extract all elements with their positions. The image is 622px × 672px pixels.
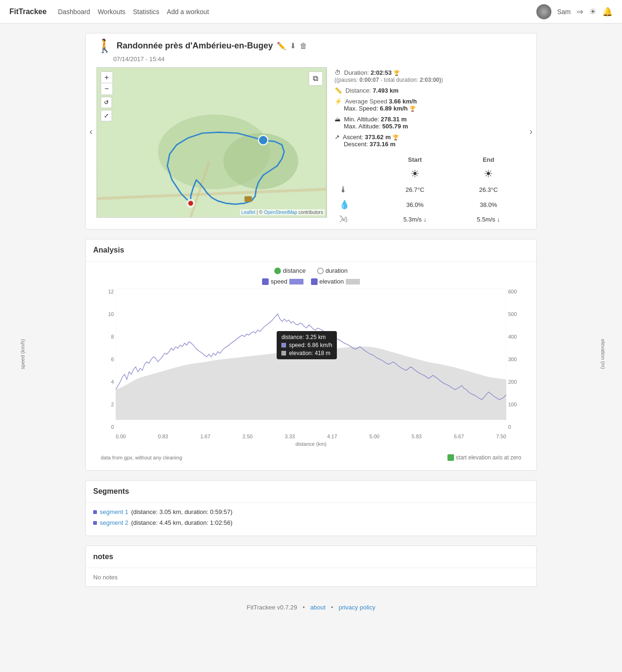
x-tick-5: 4.17 <box>327 434 337 439</box>
avatar <box>536 4 551 19</box>
download-icon[interactable]: ⬇ <box>290 41 296 50</box>
chart-footer-note: data from gpx, without any cleaning <box>101 455 182 460</box>
y-right-axis: 600 500 400 300 200 100 0 <box>506 289 525 430</box>
analysis-card: Analysis distance duration speed <box>85 239 537 471</box>
elevation-checkbox-option[interactable]: elevation <box>311 278 360 285</box>
weather-start-header: Start <box>379 154 451 165</box>
distance-value: 7.493 km <box>373 87 399 94</box>
workout-content: 🚶 Randonnée près d'Ambérieu-en-Bugey ✏️ … <box>96 33 526 229</box>
y-left-12: 12 <box>99 289 114 294</box>
y-left-6: 6 <box>99 356 114 362</box>
map-attribution: Leaflet | © OpenStreetMap contributors <box>240 209 325 215</box>
tooltip-speed: speed: 6.86 km/h <box>289 342 332 348</box>
segment-2-link[interactable]: segment 2 <box>100 519 128 526</box>
segment-list: segment 1 (distance: 3.05 km, duration: … <box>86 503 536 536</box>
y-right-500: 500 <box>508 311 523 317</box>
segment-2-detail: (distance: 4.45 km, duration: 1:02:56) <box>131 519 232 526</box>
elevation-checkbox-label: elevation <box>319 278 344 285</box>
segment-bullet-2 <box>93 521 97 525</box>
chart-tooltip: distance: 3.25 km speed: 6.86 km/h eleva… <box>277 331 337 359</box>
sun-end-icon: ☀ <box>452 166 525 182</box>
osm-link[interactable]: OpenStreetMap <box>264 210 297 215</box>
tooltip-speed-row: speed: 6.86 km/h <box>281 342 332 348</box>
y-right-600: 600 <box>508 289 523 294</box>
elevation-checkbox <box>311 278 318 285</box>
zoom-in-button[interactable]: + <box>101 72 112 83</box>
next-workout-button[interactable]: › <box>526 122 536 141</box>
y-left-10: 10 <box>99 311 114 317</box>
brand: FitTrackee <box>9 8 47 16</box>
y-left-axis: 12 10 8 6 4 2 0 <box>97 289 116 430</box>
segment-1-link[interactable]: segment 1 <box>100 508 128 515</box>
duration-label: Duration: <box>344 69 369 76</box>
max-alt-value: 505.79 m <box>382 123 408 130</box>
leaflet-link[interactable]: Leaflet <box>241 210 255 215</box>
page-footer: FitTrackee v0.7.29 • about • privacy pol… <box>0 596 622 618</box>
duration-stat: ⏱ Duration: 2:02:53 🏆 ((pauses: 0:00:07 … <box>335 69 526 83</box>
trophy-icon-ascent: 🏆 <box>392 134 399 140</box>
trophy-icon-speed: 🏆 <box>409 106 416 111</box>
map-container[interactable]: + − ↺ ⤢ ⧉ Leaflet | © OpenStreetMap cont… <box>96 67 327 218</box>
gps-track <box>97 68 327 217</box>
distance-radio-option[interactable]: distance <box>274 267 305 274</box>
mountain-icon: ⛰ <box>335 116 341 123</box>
distance-icon: 📏 <box>335 87 342 94</box>
duration-radio-option[interactable]: duration <box>317 267 348 274</box>
footer-privacy-link[interactable]: privacy policy <box>339 604 375 611</box>
duration-value: 2:02:53 <box>371 69 392 76</box>
ascent-label: Ascent: <box>343 134 363 141</box>
workout-date: 07/14/2017 - 15:44 <box>113 55 526 63</box>
trophy-icon-duration: 🏆 <box>393 70 400 76</box>
footer-about-link[interactable]: about <box>310 604 326 611</box>
nav-right: Sam ⇒ ☀ 🔔 <box>536 4 613 19</box>
workout-title-row: 🚶 Randonnée près d'Ambérieu-en-Bugey ✏️ … <box>96 33 526 55</box>
distance-radio-circle <box>274 268 281 274</box>
segment-1-detail: (distance: 3.05 km, duration: 0:59:57) <box>131 508 232 515</box>
ascent-value: 373.62 m <box>365 134 391 141</box>
x-tick-1: 0.83 <box>158 434 168 439</box>
distance-label: Distance: <box>345 87 371 94</box>
edit-icon[interactable]: ✏️ <box>277 41 286 50</box>
nav-dashboard[interactable]: Dashboard <box>58 8 90 16</box>
main-content: ‹ 🚶 Randonnée près d'Ambérieu-en-Bugey ✏… <box>80 33 542 587</box>
max-speed-label: Max. Speed: <box>344 105 378 112</box>
chart-area: 12 10 8 6 4 2 0 600 500 400 300 200 100 … <box>97 289 525 430</box>
speed-checkbox-option[interactable]: speed <box>262 278 303 285</box>
x-axis-label: distance (km) <box>93 441 529 447</box>
settings-icon[interactable]: ☀ <box>589 7 597 17</box>
chart-legend: speed elevation <box>93 278 529 285</box>
logout-icon[interactable]: ⇒ <box>576 7 583 17</box>
nav-statistics[interactable]: Statistics <box>133 8 159 16</box>
temp-end: 26.3°C <box>452 183 525 197</box>
x-tick-7: 5.83 <box>412 434 422 439</box>
analysis-title: Analysis <box>86 239 536 261</box>
clock-icon: ⏱ <box>335 69 341 76</box>
nav-workouts[interactable]: Workouts <box>98 8 126 16</box>
wind-start: 5.3m/s ↓ <box>379 213 451 226</box>
fullscreen-button[interactable]: ⤢ <box>101 110 112 121</box>
wind-icon: 🌬 <box>335 213 378 226</box>
delete-icon[interactable]: 🗑 <box>300 42 307 50</box>
prev-workout-button[interactable]: ‹ <box>86 122 96 141</box>
start-elevation-checkbox <box>447 454 454 461</box>
y-left-8: 8 <box>99 334 114 340</box>
nav-add-workout[interactable]: Add a workout <box>167 8 209 16</box>
y-right-300: 300 <box>508 356 523 362</box>
recenter-button[interactable]: ↺ <box>101 97 112 108</box>
start-elevation-option[interactable]: start elevation axis at zero <box>447 454 521 461</box>
tooltip-elevation-color <box>281 351 286 356</box>
nav-username: Sam <box>557 8 571 16</box>
analysis-body: distance duration speed elevation <box>86 261 536 470</box>
notifications-icon[interactable]: 🔔 <box>602 7 613 17</box>
hiking-icon: 🚶 <box>96 38 113 54</box>
svg-rect-8 <box>244 196 252 202</box>
y-right-400: 400 <box>508 334 523 340</box>
x-tick-3: 2.50 <box>242 434 252 439</box>
x-tick-0: 0.00 <box>116 434 126 439</box>
wind-end: 5.5m/s ↓ <box>452 213 525 226</box>
notes-body: No notes <box>86 568 536 586</box>
total-value: 2:03:00) <box>420 77 441 83</box>
humidity-icon: 💧 <box>335 198 378 212</box>
map-layers-button[interactable]: ⧉ <box>309 71 323 86</box>
zoom-out-button[interactable]: − <box>101 83 112 95</box>
